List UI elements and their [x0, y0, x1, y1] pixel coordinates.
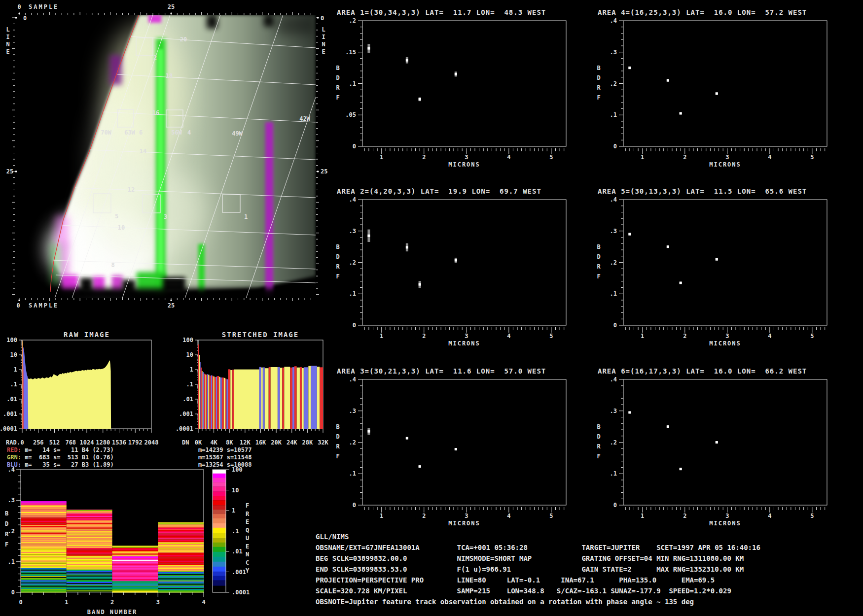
- footer-line: END SCLK=03899833.53.0 F(1 u)=966.91 GAI…: [316, 564, 863, 575]
- svg-text:3: 3: [465, 154, 468, 161]
- svg-text:E: E: [6, 48, 9, 55]
- svg-text:100: 100: [182, 337, 193, 343]
- area-plot-4: AREA 4=(16,25,3,3) LAT= 16.0 LON= 57.2 W…: [556, 0, 844, 172]
- svg-text:3: 3: [465, 513, 468, 519]
- svg-text:F: F: [5, 541, 8, 548]
- svg-text:.01: .01: [232, 548, 243, 555]
- svg-text:.1: .1: [610, 111, 617, 118]
- svg-text:1: 1: [641, 154, 644, 161]
- svg-text:10: 10: [10, 351, 17, 358]
- svg-text:B: B: [597, 243, 600, 250]
- jupiter-image-panel: 264531201816141210870W63W56W49W42W0SAMPL…: [0, 0, 331, 311]
- svg-text:.1: .1: [8, 558, 15, 565]
- svg-text:.2: .2: [349, 17, 356, 24]
- area-plot-2-canvas: AREA 2=(4,20,3,3) LAT= 19.9 LON= 69.7 WE…: [295, 179, 583, 351]
- svg-text:.1: .1: [232, 528, 239, 535]
- svg-text:F: F: [336, 273, 339, 280]
- band-bdrf-canvas: 0.1.2.3.401234BAND NUMBERBDRF100101.1.01…: [0, 458, 276, 616]
- svg-text:.1: .1: [10, 381, 17, 388]
- svg-text:.01: .01: [182, 396, 193, 403]
- svg-text:25: 25: [168, 3, 175, 10]
- svg-text:MICRONS: MICRONS: [448, 520, 480, 527]
- svg-text:6: 6: [139, 129, 143, 136]
- svg-text:4: 4: [768, 513, 771, 519]
- svg-text:AREA 2=(4,20,3,3) LAT= 19.9 L: AREA 2=(4,20,3,3) LAT= 19.9 LON= 69.7 WE…: [337, 187, 541, 195]
- svg-text:.2: .2: [349, 259, 356, 266]
- svg-text:3: 3: [725, 513, 729, 519]
- svg-text:4K: 4K: [210, 439, 217, 446]
- svg-text:MICRONS: MICRONS: [709, 520, 741, 527]
- svg-text:.3: .3: [610, 49, 617, 56]
- svg-text:1792: 1792: [128, 439, 143, 446]
- svg-text:1: 1: [380, 154, 383, 161]
- svg-text:R: R: [336, 84, 340, 91]
- svg-text:AREA 6=(16,17,3,3) LAT= 16.0: AREA 6=(16,17,3,3) LAT= 16.0 LON= 66.2 W…: [598, 367, 807, 375]
- svg-text:100: 100: [6, 337, 17, 343]
- svg-text:.2: .2: [610, 259, 617, 266]
- svg-text:MICRONS: MICRONS: [709, 340, 741, 347]
- svg-text:AREA 4=(16,25,3,3) LAT= 16.0: AREA 4=(16,25,3,3) LAT= 16.0 LON= 57.2 W…: [598, 8, 807, 16]
- svg-text:BAND NUMBER: BAND NUMBER: [87, 609, 137, 616]
- svg-text:5: 5: [810, 333, 814, 340]
- svg-text:E: E: [246, 543, 249, 550]
- svg-text:.1: .1: [186, 381, 193, 388]
- svg-text:C: C: [246, 559, 249, 566]
- svg-text:.4: .4: [349, 376, 356, 383]
- svg-text:R: R: [597, 84, 601, 91]
- svg-text:F: F: [336, 94, 339, 101]
- area-plot-6-canvas: AREA 6=(16,17,3,3) LAT= 16.0 LON= 66.2 W…: [556, 359, 844, 531]
- svg-text:D: D: [597, 253, 600, 260]
- svg-text:D: D: [336, 253, 339, 260]
- svg-text:5: 5: [549, 333, 553, 340]
- svg-text:RAW IMAGE: RAW IMAGE: [64, 331, 110, 339]
- svg-text:B: B: [5, 510, 8, 517]
- svg-text:4: 4: [507, 333, 510, 340]
- svg-text:R: R: [246, 511, 250, 517]
- area-plot-3-canvas: AREA 3=(30,21,3,3) LAT= 11.6 LON= 57.0 W…: [295, 359, 583, 531]
- svg-text:RAD.: RAD.: [6, 439, 20, 446]
- svg-text:0K: 0K: [195, 439, 202, 446]
- svg-text:.3: .3: [610, 228, 617, 235]
- area-plot-5: AREA 5=(30,13,3,3) LAT= 11.5 LON= 65.6 W…: [556, 179, 844, 351]
- area-plot-4-canvas: AREA 4=(16,25,3,3) LAT= 16.0 LON= 57.2 W…: [556, 0, 844, 172]
- svg-text:.0001: .0001: [0, 425, 17, 432]
- svg-text:SAMPLE: SAMPLE: [29, 302, 59, 309]
- svg-text:.001: .001: [3, 411, 17, 417]
- svg-text:1: 1: [232, 507, 235, 514]
- svg-text:I: I: [6, 34, 9, 40]
- svg-text:R: R: [336, 263, 340, 270]
- svg-text:SAMPLE: SAMPLE: [29, 3, 59, 10]
- svg-text:768: 768: [65, 439, 76, 446]
- svg-text:1: 1: [190, 366, 193, 373]
- svg-text:B: B: [336, 243, 339, 250]
- svg-text:DN: DN: [182, 439, 189, 446]
- svg-text:16K: 16K: [255, 439, 266, 446]
- svg-text:1: 1: [641, 333, 644, 340]
- svg-text:2: 2: [422, 513, 426, 519]
- footer-line: PROJECTION=PERSPECTIVE PRO LINE=80 LAT=-…: [316, 575, 863, 585]
- nims-display-screen: 264531201816141210870W63W56W49W42W0SAMPL…: [0, 0, 863, 616]
- svg-text:256: 256: [33, 439, 44, 446]
- svg-text:4: 4: [768, 333, 771, 340]
- area-plot-6: AREA 6=(16,17,3,3) LAT= 16.0 LON= 66.2 W…: [556, 359, 844, 531]
- svg-text:49W: 49W: [232, 130, 243, 137]
- svg-text:0: 0: [613, 502, 617, 509]
- svg-text:.4: .4: [349, 196, 356, 203]
- svg-text:0: 0: [20, 439, 24, 446]
- svg-text:F: F: [246, 502, 249, 509]
- svg-text:B: B: [597, 423, 600, 430]
- svg-text:14: 14: [140, 148, 146, 155]
- svg-text:.0001: .0001: [232, 589, 250, 596]
- svg-text:R: R: [597, 263, 601, 270]
- svg-text:L: L: [6, 26, 9, 33]
- stat-red: RED: m= 14 s= 11 B4 (2.73): [7, 446, 114, 454]
- svg-text:0: 0: [353, 502, 356, 509]
- svg-text:N: N: [6, 41, 9, 48]
- svg-text:10: 10: [186, 351, 193, 358]
- svg-text:25: 25: [168, 302, 175, 309]
- svg-text:MICRONS: MICRONS: [709, 161, 741, 168]
- svg-text:MICRONS: MICRONS: [448, 340, 480, 347]
- svg-text:10: 10: [118, 224, 125, 231]
- svg-text:1: 1: [65, 599, 68, 606]
- svg-text:2048: 2048: [144, 439, 159, 446]
